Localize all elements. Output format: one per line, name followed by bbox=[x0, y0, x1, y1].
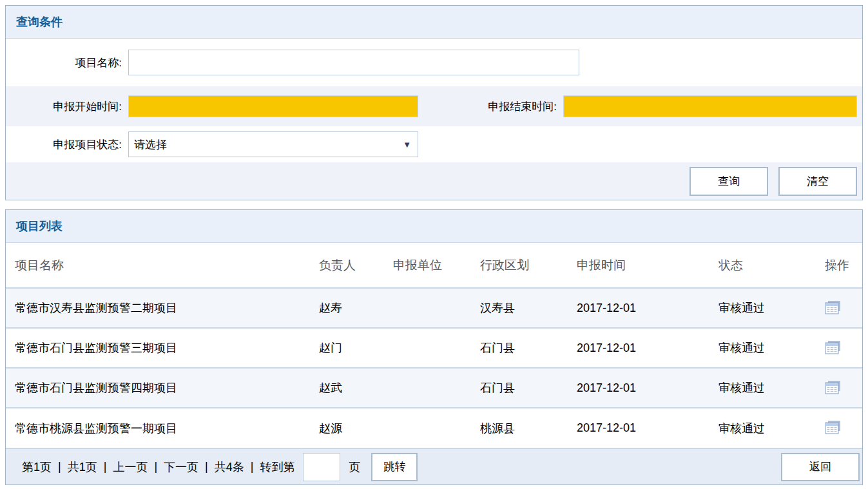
pagination-next-link[interactable]: 下一页 bbox=[164, 459, 198, 475]
declare-time-row: 申报开始时间: 申报结束时间: bbox=[6, 86, 862, 126]
cell-project-name: 常德市桃源县监测预警一期项目 bbox=[6, 408, 318, 448]
cell-status: 审核通过 bbox=[717, 328, 824, 368]
chevron-down-icon: ▼ bbox=[403, 140, 411, 149]
goto-page-input[interactable] bbox=[303, 453, 340, 481]
table-header-row: 项目名称 负责人 申报单位 行政区划 申报时间 状态 操作 bbox=[6, 243, 862, 288]
cell-date: 2017-12-01 bbox=[575, 408, 717, 448]
cell-region: 桃源县 bbox=[479, 408, 575, 448]
table-icon bbox=[825, 307, 841, 316]
table-row: 常德市桃源县监测预警一期项目 赵源 桃源县 2017-12-01 审核通过 bbox=[6, 408, 862, 448]
project-status-select[interactable]: 请选择 ▼ bbox=[128, 131, 418, 157]
start-time-label: 申报开始时间: bbox=[6, 99, 128, 114]
col-header-unit: 申报单位 bbox=[392, 243, 479, 288]
project-name-row: 项目名称: bbox=[6, 39, 862, 86]
cell-date: 2017-12-01 bbox=[575, 368, 717, 408]
pagination-separator: | bbox=[205, 460, 208, 474]
list-panel-header: 项目列表 bbox=[6, 210, 862, 243]
col-header-actions: 操作 bbox=[824, 243, 862, 288]
query-panel-header: 查询条件 bbox=[6, 6, 862, 39]
list-panel-title: 项目列表 bbox=[16, 218, 63, 234]
back-button[interactable]: 返回 bbox=[781, 453, 860, 481]
view-details-button[interactable] bbox=[824, 379, 842, 398]
cell-date: 2017-12-01 bbox=[575, 288, 717, 328]
clear-button[interactable]: 清空 bbox=[778, 167, 857, 196]
project-name-input[interactable] bbox=[128, 50, 579, 75]
view-details-button[interactable] bbox=[824, 419, 842, 437]
cell-project-name: 常德市石门县监测预警四期项目 bbox=[6, 368, 318, 408]
view-details-button[interactable] bbox=[824, 299, 842, 318]
table-row: 常德市石门县监测预警四期项目 赵武 石门县 2017-12-01 审核通过 bbox=[6, 368, 862, 408]
cell-region: 石门县 bbox=[479, 328, 575, 368]
pagination-prev-link[interactable]: 上一页 bbox=[113, 459, 148, 475]
col-header-status: 状态 bbox=[717, 243, 824, 288]
query-actions-row: 查询 清空 bbox=[6, 162, 862, 200]
pagination-separator: | bbox=[104, 460, 107, 474]
cell-unit bbox=[392, 328, 479, 368]
search-button[interactable]: 查询 bbox=[690, 167, 768, 196]
pagination-bar: 第1页 | 共1页 | 上一页 | 下一页 | 共4条 | 转到第 页 跳转 返… bbox=[6, 448, 862, 484]
cell-actions bbox=[824, 408, 862, 448]
table-icon bbox=[825, 347, 841, 356]
project-table: 项目名称 负责人 申报单位 行政区划 申报时间 状态 操作 常德市汉寿县监测预警… bbox=[6, 243, 862, 448]
pagination-goto-prefix: 转到第 bbox=[260, 459, 294, 475]
table-icon bbox=[825, 427, 841, 436]
table-icon bbox=[825, 387, 841, 396]
end-time-label: 申报结束时间: bbox=[418, 99, 563, 114]
project-status-row: 申报项目状态: 请选择 ▼ bbox=[6, 126, 862, 162]
cell-actions bbox=[824, 328, 862, 368]
cell-status: 审核通过 bbox=[717, 288, 824, 328]
pagination-separator: | bbox=[154, 460, 157, 474]
cell-owner: 赵源 bbox=[318, 408, 392, 448]
cell-region: 汉寿县 bbox=[479, 288, 575, 328]
table-row: 常德市汉寿县监测预警二期项目 赵寿 汉寿县 2017-12-01 审核通过 bbox=[6, 288, 862, 328]
cell-status: 审核通过 bbox=[717, 368, 824, 408]
project-list-panel: 项目列表 项目名称 负责人 申报单位 行政区划 申报时间 状态 操作 常德市汉寿… bbox=[5, 209, 863, 485]
cell-owner: 赵门 bbox=[318, 328, 392, 368]
cell-owner: 赵寿 bbox=[318, 288, 392, 328]
cell-actions bbox=[824, 288, 862, 328]
start-time-input[interactable] bbox=[128, 95, 418, 117]
pagination-total-items: 共4条 bbox=[215, 459, 244, 475]
cell-actions bbox=[824, 368, 862, 408]
pagination-total-pages: 共1页 bbox=[68, 459, 97, 475]
col-header-owner: 负责人 bbox=[318, 243, 392, 288]
query-panel-title: 查询条件 bbox=[16, 14, 63, 30]
project-status-label: 申报项目状态: bbox=[6, 137, 128, 152]
table-row: 常德市石门县监测预警三期项目 赵门 石门县 2017-12-01 审核通过 bbox=[6, 328, 862, 368]
jump-button[interactable]: 跳转 bbox=[371, 453, 418, 481]
cell-region: 石门县 bbox=[479, 368, 575, 408]
end-time-input[interactable] bbox=[563, 95, 857, 117]
view-details-button[interactable] bbox=[824, 339, 842, 358]
cell-project-name: 常德市石门县监测预警三期项目 bbox=[6, 328, 318, 368]
col-header-region: 行政区划 bbox=[479, 243, 575, 288]
pagination-goto-suffix: 页 bbox=[349, 459, 360, 475]
project-status-selected-value: 请选择 bbox=[134, 137, 167, 152]
cell-unit bbox=[392, 368, 479, 408]
col-header-project-name: 项目名称 bbox=[6, 243, 318, 288]
cell-unit bbox=[392, 408, 479, 448]
cell-owner: 赵武 bbox=[318, 368, 392, 408]
cell-project-name: 常德市汉寿县监测预警二期项目 bbox=[6, 288, 318, 328]
cell-date: 2017-12-01 bbox=[575, 328, 717, 368]
cell-unit bbox=[392, 288, 479, 328]
query-conditions-panel: 查询条件 项目名称: 申报开始时间: 申报结束时间: 申报项目状态: 请选择 ▼… bbox=[5, 5, 863, 200]
pagination-current-page: 第1页 bbox=[22, 459, 52, 475]
project-name-label: 项目名称: bbox=[6, 55, 128, 70]
pagination-separator: | bbox=[58, 460, 61, 474]
project-table-body: 常德市汉寿县监测预警二期项目 赵寿 汉寿县 2017-12-01 审核通过 bbox=[6, 288, 862, 448]
cell-status: 审核通过 bbox=[717, 408, 824, 448]
col-header-date: 申报时间 bbox=[575, 243, 717, 288]
pagination-separator: | bbox=[251, 460, 254, 474]
